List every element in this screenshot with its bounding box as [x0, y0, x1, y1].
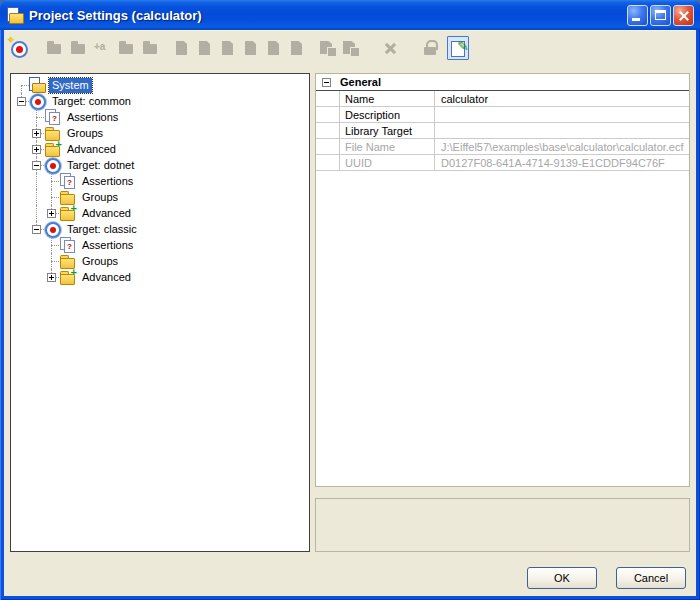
tree-guide [14, 141, 29, 157]
tree-connector[interactable] [29, 125, 44, 141]
tree-guide [14, 125, 29, 141]
expand-icon[interactable] [32, 145, 41, 154]
tree-guide [29, 269, 44, 285]
property-value[interactable]: calculator [435, 91, 689, 106]
tree-connector[interactable] [29, 141, 44, 157]
tree-item-assertions[interactable]: Assertions [11, 109, 309, 125]
minimize-icon [632, 18, 640, 21]
tree-item-label[interactable]: Assertions [64, 110, 121, 125]
tree-item-label[interactable]: Target: dotnet [64, 158, 137, 173]
maximize-button[interactable] [650, 5, 671, 26]
property-section-title: General [340, 76, 381, 88]
new-assembly-button [139, 36, 161, 60]
tree-connector[interactable] [29, 157, 44, 173]
new-override-button [67, 36, 89, 60]
tree-guide [29, 189, 44, 205]
doc2-icon [318, 39, 336, 57]
collapse-icon[interactable] [32, 161, 41, 170]
tree-item-label[interactable]: Assertions [79, 238, 136, 253]
new-file-rule-button-3 [217, 36, 239, 60]
close-button[interactable] [673, 5, 694, 26]
property-row-uuid: UUIDD0127F08-641A-4714-9139-E1CDDF94C76F [316, 155, 689, 171]
tree-item-label[interactable]: Advanced [79, 206, 134, 221]
new-library-button [115, 36, 137, 60]
tree-connector[interactable] [14, 93, 29, 109]
property-value[interactable] [435, 123, 689, 138]
tree-item-label[interactable]: Target: classic [64, 222, 140, 237]
collapse-section-icon[interactable] [322, 78, 331, 87]
tree-item-groups[interactable]: Groups [11, 253, 309, 269]
tree-item-assertions[interactable]: Assertions [11, 237, 309, 253]
tree-connector [14, 77, 29, 93]
new-task-button-1 [316, 36, 338, 60]
property-grid: General NamecalculatorDescriptionLibrary… [315, 73, 690, 487]
new-target-button[interactable]: ✦ [7, 36, 29, 60]
tree-item-target-classic[interactable]: Target: classic [11, 221, 309, 237]
tree-guide [14, 269, 29, 285]
tree-connector[interactable] [29, 221, 44, 237]
tree-item-label[interactable]: Groups [64, 126, 106, 141]
target-icon [44, 157, 61, 173]
property-value: J:\Eiffel57\examples\base\calculator\cal… [435, 139, 689, 154]
tree-guide [29, 237, 44, 253]
tree-item-assertions[interactable]: Assertions [11, 173, 309, 189]
tree-item-system[interactable]: System [11, 77, 309, 93]
tree-item-label[interactable]: Groups [79, 190, 121, 205]
property-section-header: General [316, 74, 689, 91]
tree-item-advanced[interactable]: +Advanced [11, 269, 309, 285]
minimize-button[interactable] [627, 5, 648, 26]
tree-item-label[interactable]: System [49, 78, 92, 93]
tree-item-label[interactable]: Assertions [79, 174, 136, 189]
edit-xml-button[interactable]: ✎ [447, 36, 469, 60]
advanced-icon: + [44, 141, 61, 157]
tree-item-advanced[interactable]: +Advanced [11, 141, 309, 157]
property-row-margin [316, 123, 340, 138]
tree-item-target-dotnet[interactable]: Target: dotnet [11, 157, 309, 173]
property-row-margin [316, 139, 340, 154]
tree-guide [29, 173, 44, 189]
cancel-button[interactable]: Cancel [616, 567, 686, 589]
advanced-icon: + [59, 205, 76, 221]
expand-icon[interactable] [47, 273, 56, 282]
project-settings-window: Project Settings (calculator) ✦✎ SystemT… [0, 0, 700, 600]
titlebar[interactable]: Project Settings (calculator) [0, 0, 700, 30]
tree-connector[interactable] [44, 269, 59, 285]
tree-item-label[interactable]: Advanced [79, 270, 134, 285]
tree-guide [14, 237, 29, 253]
tree-item-advanced[interactable]: +Advanced [11, 205, 309, 221]
property-value[interactable] [435, 107, 689, 122]
new-file-rule-button-2 [194, 36, 216, 60]
collapse-icon[interactable] [17, 97, 26, 106]
new-cluster-button [43, 36, 65, 60]
tree-guide [29, 253, 44, 269]
assertions-icon [44, 109, 61, 125]
doc-icon [196, 39, 214, 57]
tree-item-label[interactable]: Advanced [64, 142, 119, 157]
ok-button[interactable]: OK [527, 567, 597, 589]
tree-item-groups[interactable]: Groups [11, 189, 309, 205]
tree-guide [14, 189, 29, 205]
x-icon [381, 39, 399, 57]
property-label: Description [340, 107, 435, 122]
tree-connector [44, 253, 59, 269]
maximize-icon [655, 10, 666, 20]
tree-item-label[interactable]: Target: common [49, 94, 134, 109]
settings-tree[interactable]: SystemTarget: commonAssertionsGroups+Adv… [10, 73, 310, 552]
tree-connector[interactable] [44, 205, 59, 221]
property-row-margin [316, 155, 340, 170]
expand-icon[interactable] [32, 129, 41, 138]
dialog-client-area: ✦✎ SystemTarget: commonAssertionsGroups+… [4, 30, 696, 596]
folder-icon [117, 39, 135, 57]
doc-icon [265, 39, 283, 57]
lock-button [419, 36, 441, 60]
expand-icon[interactable] [47, 209, 56, 218]
new-file-rule-button-6 [286, 36, 308, 60]
collapse-icon[interactable] [32, 225, 41, 234]
tree-guide [14, 221, 29, 237]
tree-connector [44, 237, 59, 253]
new-task-button-2 [339, 36, 361, 60]
tree-item-target-common[interactable]: Target: common [11, 93, 309, 109]
tree-item-label[interactable]: Groups [79, 254, 121, 269]
rename-button [91, 36, 113, 60]
system-icon [29, 77, 46, 93]
